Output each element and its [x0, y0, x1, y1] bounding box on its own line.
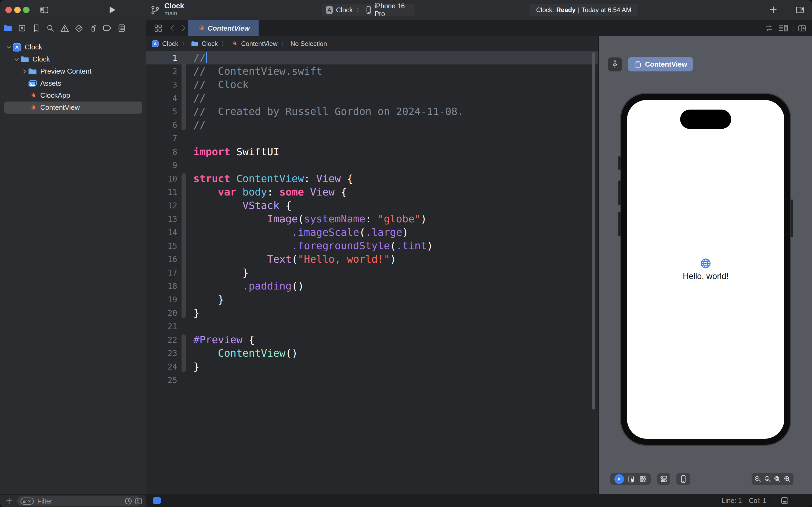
- issue-navigator-icon[interactable]: [60, 23, 69, 33]
- code-line-14[interactable]: 14 .imageScale(.large): [147, 226, 598, 239]
- preview-mode-group: [611, 473, 651, 485]
- swap-editor-icon[interactable]: [764, 24, 773, 33]
- sidebar-item-clockapp[interactable]: ClockApp: [4, 90, 142, 102]
- code-line-5[interactable]: 5// Created by Russell Gordon on 2024-11…: [147, 105, 598, 118]
- filter-field[interactable]: [17, 496, 140, 506]
- zoom-actual-size-button[interactable]: 1: [764, 475, 771, 483]
- zoom-out-button[interactable]: [754, 475, 761, 483]
- code-line-19[interactable]: 19 }: [147, 293, 598, 306]
- iphone-screen[interactable]: Hello, world!: [627, 100, 785, 439]
- sidebar-item-contentview[interactable]: ContentView: [4, 102, 142, 114]
- preview-tab-pill[interactable]: ContentView: [628, 57, 693, 71]
- scheme-separator: 〉: [356, 6, 363, 14]
- code-line-6[interactable]: 6//: [147, 118, 598, 131]
- code-line-8[interactable]: 8import SwiftUI: [147, 145, 598, 158]
- code-line-2[interactable]: 2// ContentView.swift: [147, 64, 598, 78]
- canvas-device-icon: [634, 60, 642, 68]
- code-line-18[interactable]: 18 .padding(): [147, 279, 598, 293]
- breakpoint-navigator-icon[interactable]: [103, 23, 112, 33]
- zoom-fit-button[interactable]: [773, 475, 781, 483]
- sidebar-item-assets[interactable]: Assets: [4, 77, 142, 90]
- code-line-17[interactable]: 17 }: [147, 266, 598, 279]
- sidebar-item-clock[interactable]: AClock: [4, 41, 142, 53]
- breakpoint-chip-icon[interactable]: [153, 497, 161, 504]
- jumpbar-segment-file[interactable]: ContentView: [241, 40, 278, 48]
- code-line-22[interactable]: 22#Preview {: [147, 333, 598, 346]
- project-title-block: Clock main: [164, 2, 184, 17]
- code-text: VStack {: [189, 199, 292, 212]
- close-window-button[interactable]: [5, 7, 12, 13]
- source-control-icon[interactable]: [17, 23, 26, 33]
- toggle-navigator-icon[interactable]: [39, 6, 49, 14]
- code-line-25[interactable]: 25: [147, 373, 598, 387]
- variants-mode-button[interactable]: [639, 475, 647, 483]
- flatten-hierarchy-icon[interactable]: [134, 497, 142, 505]
- search-icon[interactable]: [46, 23, 55, 33]
- run-button[interactable]: [107, 5, 117, 14]
- disclosure-chevron-icon[interactable]: [13, 56, 20, 63]
- swift-icon: [28, 92, 37, 100]
- code-line-13[interactable]: 13 Image(systemName: "globe"): [147, 212, 598, 226]
- go-forward-icon[interactable]: [179, 24, 187, 33]
- jump-bar: A Clock 〉 Clock 〉 ContentView 〉 No Selec…: [147, 36, 598, 51]
- scheme-selector[interactable]: A Clock 〉 iPhone 16 Pro: [322, 4, 415, 16]
- zoom-in-button[interactable]: [784, 475, 791, 483]
- tab-contentview[interactable]: ContentView: [188, 20, 258, 36]
- disclosure-chevron-icon[interactable]: [21, 68, 28, 75]
- debug-navigator-icon[interactable]: [89, 23, 98, 33]
- live-preview-button[interactable]: [615, 474, 624, 484]
- minimize-window-button[interactable]: [14, 7, 21, 13]
- code-text: //: [189, 118, 206, 131]
- editor-options-icon[interactable]: [778, 24, 789, 33]
- code-line-11[interactable]: 11 var body: some View {: [147, 185, 598, 199]
- disclosure-chevron-icon[interactable]: [5, 44, 12, 51]
- jumpbar-segment-selection[interactable]: No Selection: [291, 40, 327, 48]
- device-bezels-button[interactable]: [677, 473, 690, 485]
- code-line-9[interactable]: 9: [147, 158, 598, 172]
- device-settings-button[interactable]: [657, 473, 670, 485]
- pin-preview-button[interactable]: [608, 57, 622, 71]
- go-back-icon[interactable]: [168, 24, 176, 33]
- code-line-21[interactable]: 21: [147, 320, 598, 333]
- code-text: //: [189, 51, 207, 64]
- jumpbar-separator: 〉: [182, 40, 188, 48]
- editor-layout-icon[interactable]: [780, 496, 790, 505]
- activity-status[interactable]: Clock: Ready | Today at 6:54 AM: [529, 4, 638, 16]
- selectable-mode-button[interactable]: [628, 475, 635, 483]
- code-line-24[interactable]: 24}: [147, 360, 598, 373]
- split-editor-icon[interactable]: [797, 24, 807, 33]
- code-line-16[interactable]: 16 Text("Hello, world!"): [147, 252, 598, 266]
- project-navigator-icon[interactable]: [3, 23, 12, 33]
- code-line-7[interactable]: 7: [147, 131, 598, 145]
- recent-files-clock-icon[interactable]: [124, 497, 132, 505]
- toggle-inspector-icon[interactable]: [795, 6, 805, 14]
- report-navigator-icon[interactable]: [117, 23, 126, 33]
- bookmark-icon[interactable]: [32, 23, 41, 33]
- line-indicator: Line: 1: [722, 497, 742, 505]
- sidebar-item-clock[interactable]: Clock: [4, 53, 142, 65]
- related-items-icon[interactable]: [154, 24, 163, 33]
- jumpbar-segment-group[interactable]: Clock: [201, 40, 218, 48]
- code-line-20[interactable]: 20}: [147, 306, 598, 320]
- device-icon: [366, 6, 371, 14]
- add-file-icon[interactable]: [5, 497, 13, 505]
- code-line-3[interactable]: 3// Clock: [147, 78, 598, 91]
- code-line-12[interactable]: 12 VStack {: [147, 199, 598, 212]
- line-number: 11: [147, 187, 177, 197]
- jumpbar-segment-project[interactable]: Clock: [162, 40, 178, 48]
- line-number: 6: [147, 120, 177, 130]
- sidebar-item-preview-content[interactable]: Preview Content: [4, 65, 142, 77]
- code-editor[interactable]: 1//2// ContentView.swift3// Clock4//5// …: [147, 51, 598, 494]
- code-line-1[interactable]: 1//: [147, 51, 598, 64]
- code-line-23[interactable]: 23 ContentView(): [147, 346, 598, 360]
- code-line-15[interactable]: 15 .foregroundStyle(.tint): [147, 239, 598, 252]
- code-line-10[interactable]: 10struct ContentView: View {: [147, 172, 598, 185]
- code-line-4[interactable]: 4//: [147, 91, 598, 105]
- editor-scrollbar[interactable]: [592, 52, 595, 409]
- sidebar-bottom-bar: [0, 494, 147, 507]
- test-navigator-icon[interactable]: [74, 23, 83, 33]
- code-text: //: [189, 91, 206, 105]
- filter-input[interactable]: [37, 497, 124, 505]
- zoom-window-button[interactable]: [23, 7, 30, 13]
- add-editor-plus-icon[interactable]: [769, 5, 777, 14]
